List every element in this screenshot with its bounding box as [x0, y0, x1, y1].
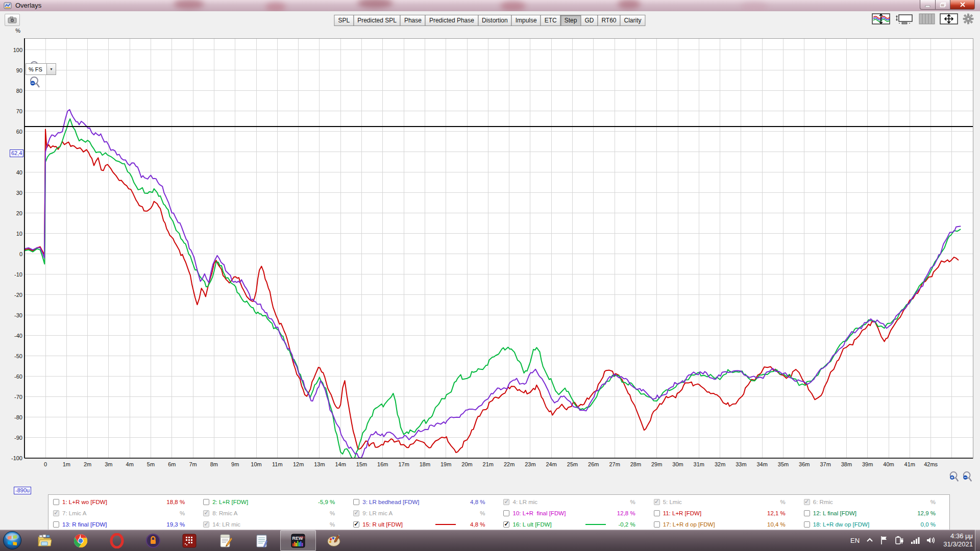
system-tray: EN 4:36 μμ 31/3/2021 — [850, 530, 973, 551]
hidden-icons-arrow[interactable] — [866, 538, 873, 543]
zoom-out-button[interactable] — [962, 471, 973, 485]
show-desktop-button[interactable] — [975, 530, 980, 551]
svg-text:-70: -70 — [14, 394, 22, 400]
language-indicator[interactable]: EN — [850, 537, 860, 544]
taskbar-item-opera[interactable] — [99, 530, 135, 551]
tab-gd[interactable]: GD — [580, 15, 598, 26]
svg-text:33m: 33m — [736, 461, 746, 467]
taskbar-item-wordpad[interactable] — [208, 530, 243, 551]
legend-checkbox-4[interactable]: ✓ — [503, 499, 509, 505]
zoom-in-button[interactable] — [948, 471, 960, 485]
svg-text:24m: 24m — [546, 461, 556, 467]
tab-rt60[interactable]: RT60 — [597, 15, 620, 26]
taskbar-item-notepad[interactable] — [244, 530, 280, 551]
svg-text:-50: -50 — [14, 353, 22, 359]
tab-phase[interactable]: Phase — [400, 15, 426, 26]
legend-value: % — [180, 510, 185, 516]
legend-checkbox-2[interactable] — [203, 499, 209, 505]
opera-icon — [109, 533, 125, 548]
legend-checkbox-6[interactable]: ✓ — [804, 499, 810, 505]
avast-browser-icon — [145, 533, 161, 548]
legend-checkbox-7[interactable]: ✓ — [53, 510, 59, 516]
legend-checkbox-3[interactable] — [353, 499, 359, 505]
plot-area — [24, 38, 973, 458]
taskbar-item-remote-app[interactable] — [172, 530, 207, 551]
step-response-chart[interactable]: 1009080706050403020100-10-20-30-40-50-60… — [0, 27, 980, 530]
toolbar-right-icons — [872, 13, 974, 24]
legend-checkbox-5[interactable]: ✓ — [654, 499, 660, 505]
legend-checkbox-13[interactable] — [53, 521, 59, 528]
action-center-flag-icon[interactable] — [880, 536, 888, 545]
tab-predicted-phase[interactable]: Predicted Phase — [425, 15, 478, 26]
title-bar[interactable]: Overlays — [0, 0, 980, 11]
svg-text:6m: 6m — [168, 461, 176, 467]
taskbar-item-chrome[interactable] — [63, 530, 99, 551]
restore-button[interactable] — [935, 0, 950, 10]
legend-item-2: 2: L+R [FDW]-5,9 % — [199, 496, 349, 508]
y-unit-select[interactable]: % FS ▼ — [26, 63, 56, 75]
legend-checkbox-8[interactable]: ✓ — [203, 510, 209, 516]
volume-icon[interactable] — [926, 536, 937, 544]
tab-impulse[interactable]: Impulse — [511, 15, 541, 26]
legend-label: 9: LR mic A — [362, 510, 393, 516]
zoom-out-y-button[interactable] — [29, 76, 41, 91]
legend-label: 6: Rmic — [813, 499, 833, 505]
legend-checkbox-16[interactable]: ✓ — [503, 521, 509, 528]
taskbar-item-paint[interactable] — [316, 530, 352, 551]
legend-label: 11: L+R [FDW] — [663, 510, 702, 516]
taskbar-item-rew[interactable]: REWV5.1 — [280, 530, 316, 551]
legend-label: 17: L+R d op [FDW] — [663, 521, 715, 528]
gear-icon[interactable] — [963, 13, 974, 24]
start-button[interactable] — [3, 531, 22, 550]
legend-checkbox-11[interactable] — [654, 510, 660, 516]
svg-text:90: 90 — [16, 67, 22, 73]
legend-value: 10,4 % — [767, 521, 786, 528]
pan-icon[interactable] — [940, 13, 958, 24]
legend-label: 3: LR bedhead [FDW] — [362, 499, 419, 505]
network-signal-icon[interactable] — [911, 536, 920, 544]
svg-text:19m: 19m — [440, 461, 451, 467]
legend-item-7: ✓7: Lmic A% — [48, 508, 199, 519]
legend-checkbox-15[interactable]: ✓ — [353, 521, 359, 528]
legend-item-12: 12: L final [FDW]12,9 % — [799, 508, 949, 519]
tab-distortion[interactable]: Distortion — [478, 15, 512, 26]
legend-checkbox-14[interactable]: ✓ — [203, 521, 209, 528]
chevron-down-icon[interactable]: ▼ — [46, 64, 56, 74]
tab-clarity[interactable]: Clarity — [620, 15, 646, 26]
legend-checkbox-9[interactable]: ✓ — [353, 510, 359, 516]
svg-text:29m: 29m — [651, 461, 662, 467]
tab-predicted-spl[interactable]: Predicted SPL — [353, 15, 401, 26]
legend-checkbox-12[interactable] — [804, 510, 810, 516]
axis-limits-icon[interactable] — [895, 13, 914, 24]
fit-y-axis-icon[interactable] — [872, 13, 890, 24]
svg-text:23m: 23m — [525, 461, 535, 467]
legend-item-9: ✓9: LR mic A% — [349, 508, 499, 519]
clock[interactable]: 4:36 μμ 31/3/2021 — [943, 532, 973, 548]
capture-button[interactable] — [5, 14, 20, 26]
taskbar-item-explorer[interactable] — [27, 530, 62, 551]
legend-checkbox-18[interactable] — [804, 521, 810, 528]
tab-step[interactable]: Step — [560, 15, 581, 26]
svg-text:34m: 34m — [756, 461, 767, 467]
legend-item-3: 3: LR bedhead [FDW]4,8 % — [349, 496, 499, 508]
legend-checkbox-17[interactable] — [654, 521, 660, 528]
close-button[interactable] — [950, 0, 975, 10]
x-axis-labels: 01m2m3m4m5m6m7m8m9m10m11m12m13m14m15m16m… — [44, 461, 938, 467]
legend-line-swatch — [435, 524, 456, 525]
taskbar-item-avast-browser[interactable] — [135, 530, 171, 551]
tab-etc[interactable]: ETC — [541, 15, 561, 26]
legend-item-6: ✓6: Rmic% — [799, 496, 949, 508]
legend-label: 5: Lmic — [663, 499, 682, 505]
legend-value: 12,9 % — [917, 510, 936, 516]
legend-checkbox-1[interactable] — [53, 499, 59, 505]
svg-text:11m: 11m — [272, 461, 283, 467]
legend-checkbox-10[interactable] — [503, 510, 509, 516]
svg-text:37m: 37m — [820, 461, 830, 467]
minimize-button[interactable] — [920, 0, 935, 10]
svg-text:12m: 12m — [293, 461, 304, 467]
grid-settings-icon[interactable] — [919, 13, 935, 24]
tab-spl[interactable]: SPL — [334, 15, 354, 26]
power-plug-icon[interactable] — [895, 536, 904, 545]
legend-value: 4,8 % — [470, 521, 485, 528]
chart-region: 1009080706050403020100-10-20-30-40-50-60… — [0, 27, 980, 530]
